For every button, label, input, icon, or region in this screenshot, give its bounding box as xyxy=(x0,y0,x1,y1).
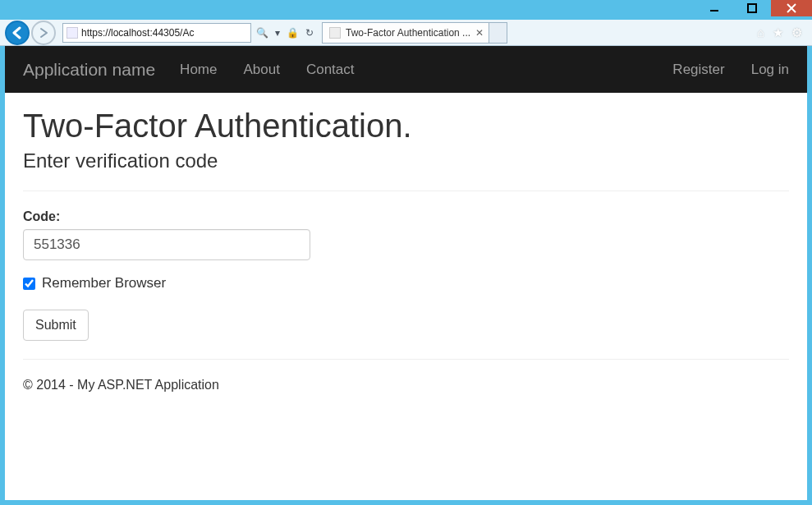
home-icon[interactable]: ⌂ xyxy=(757,25,764,40)
maximize-button[interactable] xyxy=(733,0,771,16)
nav-about[interactable]: About xyxy=(243,62,279,78)
tab-title: Two-Factor Authentication ... xyxy=(346,27,470,39)
nav-home[interactable]: Home xyxy=(180,62,217,78)
tab-close-icon[interactable]: ✕ xyxy=(475,27,484,39)
address-bar[interactable]: https://localhost:44305/Ac xyxy=(62,23,251,43)
window-titlebar xyxy=(0,0,812,20)
browser-tab[interactable]: Two-Factor Authentication ... ✕ xyxy=(322,22,489,44)
page-viewport: Application name Home About Contact Regi… xyxy=(5,46,807,500)
nav-contact[interactable]: Contact xyxy=(306,62,355,78)
close-button[interactable] xyxy=(771,0,812,16)
svg-rect-1 xyxy=(748,4,756,12)
search-icon[interactable]: 🔍 xyxy=(256,27,268,39)
nav-register[interactable]: Register xyxy=(672,62,724,78)
code-label: Code: xyxy=(23,209,789,224)
page-favicon-icon xyxy=(67,27,78,39)
browser-right-icons: ⌂ ★ ⚙ xyxy=(757,25,807,40)
code-form-group: Code: xyxy=(23,209,789,260)
submit-button[interactable]: Submit xyxy=(23,310,89,341)
brand[interactable]: Application name xyxy=(23,60,155,80)
settings-icon[interactable]: ⚙ xyxy=(791,25,802,40)
code-input[interactable] xyxy=(23,229,310,260)
dropdown-icon[interactable]: ▾ xyxy=(275,27,280,39)
tab-favicon-icon xyxy=(329,27,341,39)
footer-text: © 2014 - My ASP.NET Application xyxy=(23,378,789,393)
site-navbar: Application name Home About Contact Regi… xyxy=(5,46,807,93)
page-container: Two-Factor Authentication. Enter verific… xyxy=(5,93,807,407)
divider xyxy=(23,191,789,191)
favorites-icon[interactable]: ★ xyxy=(773,25,783,40)
address-bar-buttons: 🔍 ▾ 🔒 ↻ xyxy=(256,27,314,39)
nav-login[interactable]: Log in xyxy=(751,62,789,78)
remember-browser-checkbox[interactable] xyxy=(23,278,35,290)
page-subtitle: Enter verification code xyxy=(23,149,789,172)
new-tab-button[interactable] xyxy=(489,22,507,44)
lock-icon: 🔒 xyxy=(287,27,299,39)
browser-window: https://localhost:44305/Ac 🔍 ▾ 🔒 ↻ Two-F… xyxy=(0,0,812,505)
forward-button[interactable] xyxy=(31,21,56,45)
refresh-icon[interactable]: ↻ xyxy=(305,27,314,39)
back-button[interactable] xyxy=(5,21,30,45)
browser-toolbar: https://localhost:44305/Ac 🔍 ▾ 🔒 ↻ Two-F… xyxy=(0,20,812,46)
minimize-button[interactable] xyxy=(695,0,733,16)
remember-browser-row: Remember Browser xyxy=(23,275,789,292)
address-url: https://localhost:44305/Ac xyxy=(81,27,194,39)
page-title: Two-Factor Authentication. xyxy=(23,108,789,145)
remember-browser-label: Remember Browser xyxy=(42,275,166,292)
divider xyxy=(23,359,789,360)
